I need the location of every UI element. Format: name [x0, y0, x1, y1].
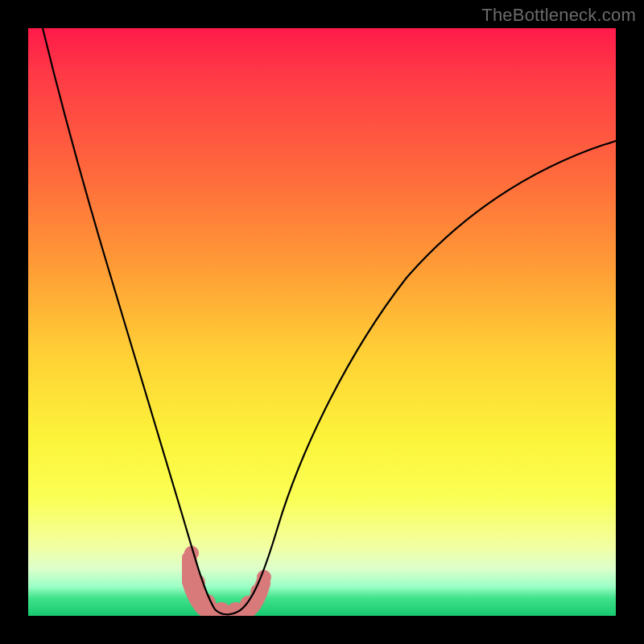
svg-point-3 — [213, 602, 230, 616]
svg-point-2 — [198, 594, 216, 612]
bottleneck-curve — [43, 28, 616, 614]
watermark-text: TheBottleneck.com — [481, 5, 636, 26]
svg-point-6 — [250, 584, 266, 600]
svg-point-7 — [257, 570, 271, 584]
highlight-band — [184, 546, 271, 616]
svg-point-0 — [184, 546, 199, 560]
curve-layer — [28, 28, 616, 616]
chart-frame: TheBottleneck.com — [0, 0, 644, 644]
svg-point-1 — [189, 574, 205, 590]
plot-area — [28, 28, 616, 616]
svg-point-4 — [227, 602, 245, 616]
svg-point-5 — [240, 596, 258, 613]
